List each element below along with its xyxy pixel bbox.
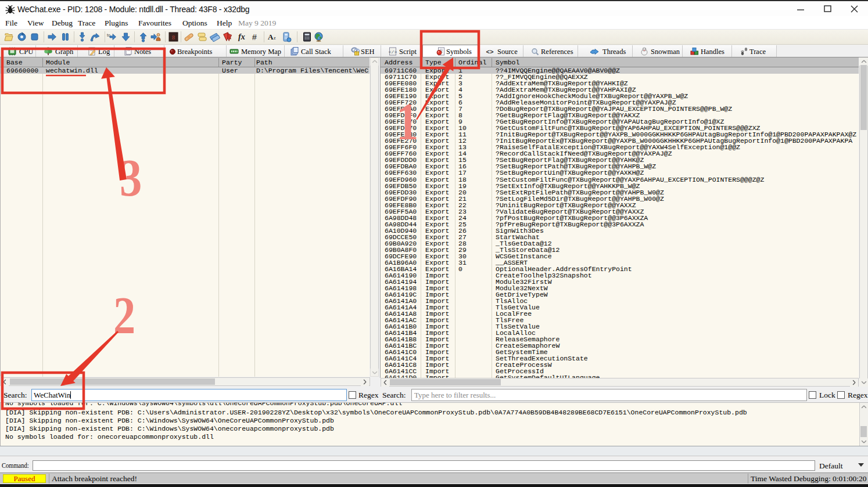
svg-text:</>: </> xyxy=(389,49,397,55)
svg-text:z: z xyxy=(274,35,276,41)
svg-text:fx: fx xyxy=(238,33,245,41)
svg-text:A: A xyxy=(268,33,274,41)
svg-text:#: # xyxy=(252,33,257,42)
svg-text:<>: <> xyxy=(486,49,494,56)
svg-text:8: 8 xyxy=(172,34,175,41)
